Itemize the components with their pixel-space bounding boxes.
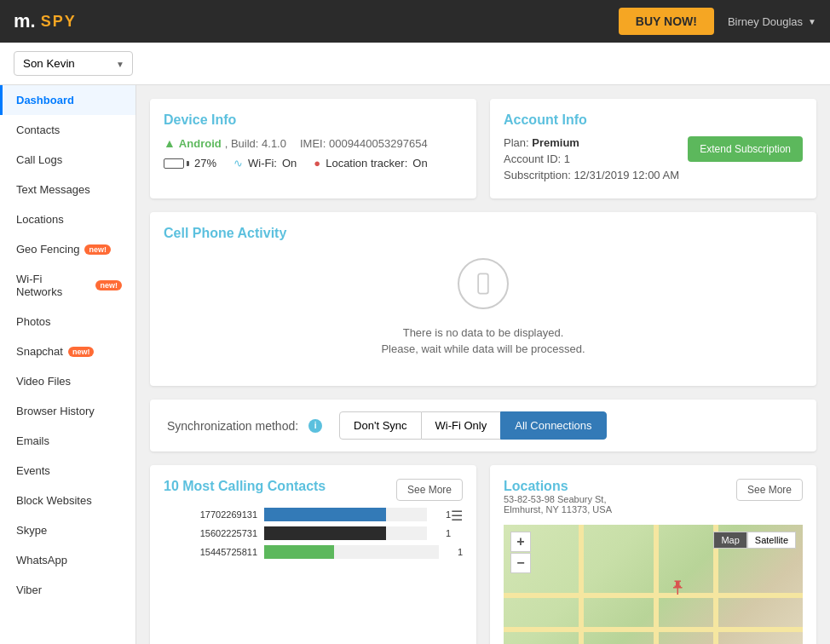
map-pin: 🖈: [668, 576, 689, 600]
location-stat: ● Location tracker: On: [314, 157, 427, 170]
wifi-only-button[interactable]: Wi-Fi Only: [422, 411, 501, 440]
sidebar-item-viber[interactable]: Viber: [0, 575, 135, 605]
sidebar-item-label: Photos: [16, 315, 50, 328]
info-icon[interactable]: i: [308, 419, 322, 433]
map-controls: + −: [510, 532, 531, 573]
device-info-row: ▲ Android, Build: 4.1.0 IMEI: 0009440053…: [164, 136, 463, 150]
table-row: 15445725811 1: [164, 545, 463, 559]
call-count: 1: [434, 528, 451, 538]
user-menu[interactable]: Birney Douglas ▼: [728, 15, 816, 28]
contact-number: 17702269131: [164, 509, 257, 520]
account-details: Plan: Premium Account ID: 1 Subscritptio…: [504, 136, 679, 185]
buy-now-button[interactable]: BUY NOW!: [619, 8, 714, 35]
main-content: Device Info ▲ Android, Build: 4.1.0 IMEI…: [136, 85, 830, 644]
sidebar-item-call-logs[interactable]: Call Logs: [0, 145, 135, 175]
sidebar-item-whatsapp[interactable]: WhatsApp: [0, 545, 135, 575]
sync-card: Synchronization method: i Don't Sync Wi-…: [150, 400, 816, 451]
map-type-satellite-button[interactable]: Satellite: [747, 532, 796, 549]
logo-spy: SPY: [41, 13, 77, 31]
extend-subscription-button[interactable]: Extend Subscription: [688, 136, 803, 162]
sidebar-item-label: Skype: [16, 524, 47, 537]
sidebar-item-label: Block Websites: [16, 494, 92, 507]
sidebar-item-label: Dashboard: [16, 94, 74, 106]
hamburger-icon[interactable]: ☰: [451, 508, 463, 524]
see-more-locations-button[interactable]: See More: [736, 479, 803, 501]
bar-fill: [264, 508, 386, 521]
sidebar-item-text-messages[interactable]: Text Messages: [0, 175, 135, 204]
device-stats: 27% ∿ Wi-Fi: On ● Location tracker: On: [164, 157, 463, 170]
sidebar-item-browser-history[interactable]: Browser History: [0, 396, 135, 426]
account-id-value: 1: [564, 152, 570, 165]
bar-track: [264, 508, 427, 521]
user-name: Birney Douglas: [728, 15, 803, 28]
zoom-in-button[interactable]: +: [510, 532, 531, 552]
sidebar-item-geo-fencing[interactable]: Geo Fencing new!: [0, 234, 135, 264]
see-more-contacts-button[interactable]: See More: [396, 479, 463, 501]
wifi-label: Wi-Fi:: [248, 157, 277, 170]
new-badge: new!: [84, 244, 111, 255]
battery-icon: [164, 158, 189, 169]
cell-phone-activity-card: Cell Phone Activity There is no data to …: [150, 212, 816, 386]
sidebar-item-dashboard[interactable]: Dashboard: [0, 85, 135, 115]
account-info-card: Account Info Plan: Premium Account ID: 1…: [490, 99, 816, 198]
account-id-detail: Account ID: 1: [504, 152, 679, 165]
bar-fill: [264, 545, 334, 559]
zoom-out-button[interactable]: −: [510, 553, 531, 573]
all-connections-button[interactable]: All Connections: [500, 411, 606, 440]
sidebar-item-emails[interactable]: Emails: [0, 426, 135, 456]
wifi-stat: ∿ Wi-Fi: On: [233, 157, 297, 170]
svg-rect-0: [478, 273, 488, 293]
sync-buttons: Don't Sync Wi-Fi Only All Connections: [339, 411, 606, 440]
device-select[interactable]: Son Kevin: [14, 51, 133, 76]
sidebar-item-contacts[interactable]: Contacts: [0, 115, 135, 145]
dont-sync-button[interactable]: Don't Sync: [339, 411, 421, 440]
chart-header: 10 Most Calling Contacts See More: [164, 479, 463, 501]
location-info: Locations 53-82-53-98 Seabury St, Elmhur…: [504, 479, 612, 521]
sidebar-item-locations[interactable]: Locations: [0, 204, 135, 234]
location-address: 53-82-53-98 Seabury St, Elmhurst, NY 113…: [504, 494, 612, 515]
location-header: Locations 53-82-53-98 Seabury St, Elmhur…: [504, 479, 803, 521]
header: m. SPY BUY NOW! Birney Douglas ▼: [0, 0, 830, 43]
wait-text: Please, wait while data will be processe…: [164, 342, 803, 355]
sidebar-item-video-files[interactable]: Video Files: [0, 366, 135, 396]
sidebar-item-skype[interactable]: Skype: [0, 515, 135, 545]
sidebar-item-block-websites[interactable]: Block Websites: [0, 486, 135, 515]
sidebar-item-label: Call Logs: [16, 153, 62, 166]
sidebar-item-label: Video Files: [16, 375, 71, 388]
subscription-detail: Subscritption: 12/31/2019 12:00 AM: [504, 169, 679, 181]
sync-label: Synchronization method:: [167, 419, 298, 433]
sidebar: Dashboard Contacts Call Logs Text Messag…: [0, 85, 136, 644]
sidebar-item-label: WhatsApp: [16, 554, 67, 566]
sidebar-item-events[interactable]: Events: [0, 456, 135, 486]
sidebar-item-label: Contacts: [16, 124, 60, 136]
sidebar-item-label: Browser History: [16, 405, 95, 417]
table-row: 17702269131 1: [164, 508, 451, 521]
map-type-buttons: Map Satellite: [713, 532, 796, 549]
contact-number: 15602225731: [164, 528, 257, 538]
chevron-down-icon: ▼: [808, 17, 816, 26]
table-row: 15602225731 1: [164, 526, 451, 540]
map-type-map-button[interactable]: Map: [713, 532, 746, 549]
subscription-date: 12/31/2019 12:00 AM: [574, 169, 679, 181]
android-badge: ▲ Android, Build: 4.1.0: [164, 136, 286, 150]
sidebar-item-snapchat[interactable]: Snapchat new!: [0, 336, 135, 366]
device-selector-wrapper: Son Kevin: [14, 51, 133, 76]
imei-text: IMEI: 0009440053297654: [300, 137, 428, 150]
os-name: Android: [179, 137, 222, 150]
sidebar-item-wifi-networks[interactable]: Wi-Fi Networks new!: [0, 264, 135, 307]
sidebar-item-label: Locations: [16, 213, 64, 226]
sidebar-item-photos[interactable]: Photos: [0, 307, 135, 336]
top-cards-row: Device Info ▲ Android, Build: 4.1.0 IMEI…: [150, 99, 816, 198]
wifi-icon: ∿: [233, 157, 243, 170]
phone-icon: [458, 258, 509, 309]
header-right: BUY NOW! Birney Douglas ▼: [619, 8, 816, 35]
locations-card: Locations 53-82-53-98 Seabury St, Elmhur…: [490, 465, 816, 644]
plan-value: Premium: [532, 136, 579, 149]
bar-track: [264, 545, 439, 559]
new-badge: new!: [95, 280, 122, 290]
android-icon: ▲: [164, 136, 176, 150]
account-info-title: Account Info: [504, 112, 803, 128]
main-layout: Dashboard Contacts Call Logs Text Messag…: [0, 85, 830, 644]
location-status: On: [412, 157, 427, 170]
location-label: Location tracker:: [326, 157, 407, 170]
